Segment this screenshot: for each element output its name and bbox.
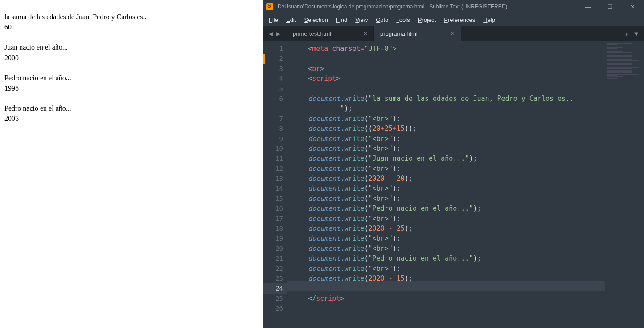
tab-close-icon[interactable]: ×	[451, 30, 455, 37]
nav-back-icon[interactable]: ◀	[269, 30, 273, 37]
minimize-icon[interactable]: —	[582, 4, 593, 10]
tab-label: programa.html	[380, 30, 418, 37]
code-line[interactable]	[292, 303, 605, 313]
menu-item-find[interactable]: Find	[332, 15, 351, 25]
code-line[interactable]: document.write("Pedro nacio en el año...…	[292, 203, 605, 213]
menu-item-preferences[interactable]: Preferences	[440, 15, 479, 25]
tab-menu-icon[interactable]: ▼	[633, 30, 640, 37]
tab-label: primertest.html	[293, 30, 331, 37]
code-line[interactable]: document.write("<br>");	[292, 264, 605, 274]
code-line[interactable]: </script>	[292, 294, 605, 303]
output-text: Pedro nacio en el año...	[4, 73, 258, 83]
nav-forward-icon[interactable]: ▶	[276, 30, 280, 37]
output-text: la suma de las edades de Juan, Pedro y C…	[4, 12, 258, 22]
code-area[interactable]: <meta charset="UTF-8"> <br> <script> doc…	[287, 41, 605, 328]
code-line[interactable]: ");	[292, 104, 605, 113]
code-line[interactable]: document.write("Pedro nacio en el año...…	[292, 253, 605, 263]
menu-item-file[interactable]: File	[265, 15, 282, 25]
code-line[interactable]: <script>	[292, 74, 605, 83]
tab-bar: ◀ ▶ primertest.html×programa.html× + ▼	[263, 26, 644, 41]
new-tab-icon[interactable]: +	[624, 30, 628, 37]
code-line[interactable]: document.write("<br>");	[292, 244, 605, 253]
menu-item-view[interactable]: View	[352, 15, 371, 25]
code-line[interactable]: <br>	[292, 64, 605, 74]
tab-close-icon[interactable]: ×	[364, 30, 367, 37]
output-value: 2000	[4, 53, 258, 63]
code-line[interactable]: document.write("<br>");	[292, 194, 605, 203]
code-line[interactable]: document.write((20+25+15));	[292, 124, 605, 133]
menubar: FileEditSelectionFindViewGotoToolsProjec…	[263, 13, 644, 26]
code-line[interactable]	[292, 54, 605, 63]
menu-item-edit[interactable]: Edit	[283, 15, 299, 25]
output-value: 2005	[4, 113, 258, 124]
menu-item-goto[interactable]: Goto	[372, 15, 392, 25]
menu-item-selection[interactable]: Selection	[300, 15, 331, 25]
code-line[interactable]: document.write(2020 - 20);	[292, 174, 605, 183]
code-line[interactable]: document.write("<br>");	[292, 144, 605, 154]
sublime-logo-icon	[266, 3, 273, 10]
code-line[interactable]: document.write("<br>");	[292, 183, 605, 193]
code-line[interactable]: document.write("la suma de las edades de…	[292, 94, 605, 104]
code-line[interactable]: document.write("<br>");	[292, 214, 605, 224]
output-value: 60	[4, 22, 258, 32]
code-line[interactable]: <meta charset="UTF-8">	[292, 44, 605, 54]
code-line[interactable]	[292, 84, 605, 94]
tab-primertest-html[interactable]: primertest.html×	[287, 26, 374, 41]
browser-output-pane: la suma de las edades de Juan, Pedro y C…	[0, 0, 263, 328]
code-line[interactable]: document.write("<br>");	[292, 134, 605, 144]
close-icon[interactable]: ✕	[627, 4, 638, 10]
titlebar[interactable]: D:\Usuario\Documents\logica de programac…	[263, 0, 644, 13]
tab-programa-html[interactable]: programa.html×	[374, 26, 461, 41]
code-line[interactable]: document.write("<br>");	[292, 233, 605, 243]
minimap[interactable]	[605, 41, 644, 328]
output-value: 1995	[4, 83, 258, 93]
output-text: Pedro nacio en el año...	[4, 103, 258, 113]
menu-item-project[interactable]: Project	[414, 15, 439, 25]
maximize-icon[interactable]: ☐	[605, 4, 615, 10]
window-title: D:\Usuario\Documents\logica de programac…	[278, 4, 582, 10]
line-gutter: 1234567891011121314151617181920212223242…	[263, 41, 287, 328]
code-line[interactable]: document.write("Juan nacio en el año..."…	[292, 154, 605, 163]
code-line[interactable]: document.write("<br>");	[292, 164, 605, 174]
output-text: Juan nacio en el año...	[4, 42, 258, 52]
menu-item-tools[interactable]: Tools	[393, 15, 413, 25]
code-line[interactable]: document.write("<br>");	[292, 114, 605, 124]
code-line[interactable]: document.write(2020 - 25);	[292, 224, 605, 233]
editor[interactable]: 1234567891011121314151617181920212223242…	[263, 41, 644, 328]
sublime-window: D:\Usuario\Documents\logica de programac…	[263, 0, 644, 328]
menu-item-help[interactable]: Help	[480, 15, 499, 25]
